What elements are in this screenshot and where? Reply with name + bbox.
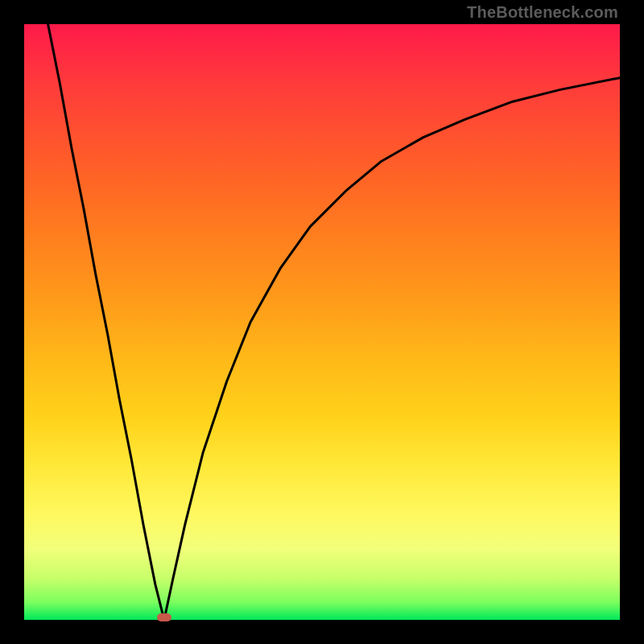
chart-frame: TheBottleneck.com xyxy=(0,0,644,644)
curve-left-branch xyxy=(48,24,164,620)
plot-area xyxy=(24,24,620,620)
curve-right-branch xyxy=(164,78,620,620)
minimum-marker xyxy=(157,613,171,621)
watermark-text: TheBottleneck.com xyxy=(467,3,618,22)
curve-svg xyxy=(24,24,620,620)
